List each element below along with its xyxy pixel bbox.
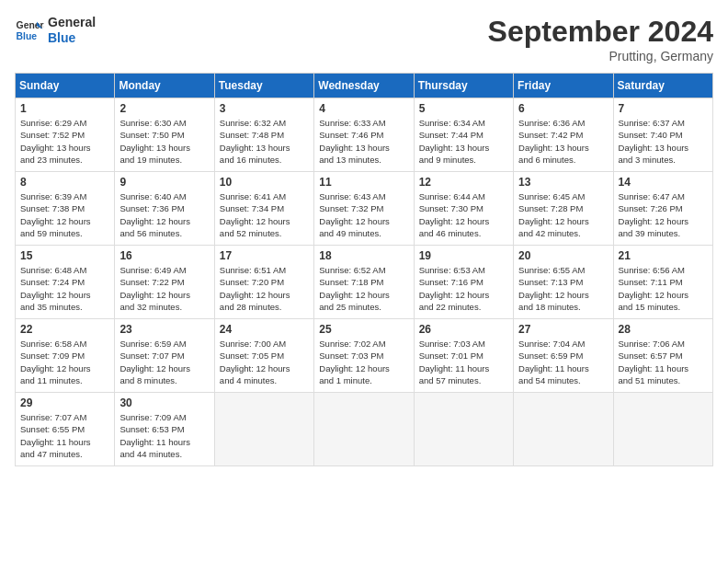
title-block: September 2024 Prutting, Germany xyxy=(488,15,713,63)
day-number: 8 xyxy=(20,176,109,189)
calendar-cell: 4Sunrise: 6:33 AM Sunset: 7:46 PM Daylig… xyxy=(314,98,414,172)
weekday-header-sunday: Sunday xyxy=(16,74,115,98)
calendar-cell: 30Sunrise: 7:09 AM Sunset: 6:53 PM Dayli… xyxy=(115,393,214,466)
calendar-cell: 19Sunrise: 6:53 AM Sunset: 7:16 PM Dayli… xyxy=(414,246,513,319)
calendar-cell: 11Sunrise: 6:43 AM Sunset: 7:32 PM Dayli… xyxy=(314,172,414,246)
weekday-header-monday: Monday xyxy=(115,74,214,98)
day-info: Sunrise: 6:36 AM Sunset: 7:42 PM Dayligh… xyxy=(518,117,608,166)
day-info: Sunrise: 6:49 AM Sunset: 7:22 PM Dayligh… xyxy=(119,264,209,313)
calendar-cell: 13Sunrise: 6:45 AM Sunset: 7:28 PM Dayli… xyxy=(514,172,613,246)
day-number: 21 xyxy=(619,249,708,262)
calendar-cell xyxy=(514,393,613,466)
day-info: Sunrise: 7:06 AM Sunset: 6:57 PM Dayligh… xyxy=(619,338,708,386)
day-info: Sunrise: 6:41 AM Sunset: 7:34 PM Dayligh… xyxy=(220,190,309,239)
weekday-header-row: SundayMondayTuesdayWednesdayThursdayFrid… xyxy=(16,74,713,98)
calendar-cell: 7Sunrise: 6:37 AM Sunset: 7:40 PM Daylig… xyxy=(613,98,712,172)
calendar-cell: 29Sunrise: 7:07 AM Sunset: 6:55 PM Dayli… xyxy=(16,393,115,466)
day-info: Sunrise: 6:56 AM Sunset: 7:11 PM Dayligh… xyxy=(619,264,708,313)
day-number: 3 xyxy=(220,102,309,115)
day-info: Sunrise: 6:32 AM Sunset: 7:48 PM Dayligh… xyxy=(220,117,309,166)
calendar-cell: 20Sunrise: 6:55 AM Sunset: 7:13 PM Dayli… xyxy=(514,246,613,319)
calendar-cell: 8Sunrise: 6:39 AM Sunset: 7:38 PM Daylig… xyxy=(16,172,115,246)
day-number: 23 xyxy=(119,323,209,336)
day-number: 2 xyxy=(119,102,209,115)
day-info: Sunrise: 6:39 AM Sunset: 7:38 PM Dayligh… xyxy=(20,190,109,239)
week-row-3: 15Sunrise: 6:48 AM Sunset: 7:24 PM Dayli… xyxy=(16,246,713,319)
day-info: Sunrise: 7:02 AM Sunset: 7:03 PM Dayligh… xyxy=(319,338,408,386)
day-number: 6 xyxy=(518,102,608,115)
day-info: Sunrise: 6:30 AM Sunset: 7:50 PM Dayligh… xyxy=(119,117,209,166)
weekday-header-saturday: Saturday xyxy=(613,74,712,98)
day-info: Sunrise: 7:00 AM Sunset: 7:05 PM Dayligh… xyxy=(220,338,309,386)
day-info: Sunrise: 6:34 AM Sunset: 7:44 PM Dayligh… xyxy=(419,117,508,166)
calendar-cell: 24Sunrise: 7:00 AM Sunset: 7:05 PM Dayli… xyxy=(214,319,313,393)
calendar-cell: 9Sunrise: 6:40 AM Sunset: 7:36 PM Daylig… xyxy=(115,172,214,246)
logo-general: General xyxy=(48,15,96,30)
calendar-cell: 27Sunrise: 7:04 AM Sunset: 6:59 PM Dayli… xyxy=(514,319,613,393)
logo-blue: Blue xyxy=(48,30,96,46)
weekday-header-tuesday: Tuesday xyxy=(214,74,313,98)
day-info: Sunrise: 7:07 AM Sunset: 6:55 PM Dayligh… xyxy=(20,411,109,460)
calendar-cell: 3Sunrise: 6:32 AM Sunset: 7:48 PM Daylig… xyxy=(214,98,313,172)
calendar-cell: 28Sunrise: 7:06 AM Sunset: 6:57 PM Dayli… xyxy=(613,319,712,393)
day-number: 25 xyxy=(319,323,408,336)
week-row-1: 1Sunrise: 6:29 AM Sunset: 7:52 PM Daylig… xyxy=(16,98,713,172)
calendar-cell: 26Sunrise: 7:03 AM Sunset: 7:01 PM Dayli… xyxy=(414,319,513,393)
day-info: Sunrise: 6:52 AM Sunset: 7:18 PM Dayligh… xyxy=(319,264,408,313)
day-info: Sunrise: 6:45 AM Sunset: 7:28 PM Dayligh… xyxy=(518,190,608,239)
calendar-cell xyxy=(214,393,313,466)
day-number: 7 xyxy=(619,102,708,115)
day-number: 16 xyxy=(119,249,209,262)
day-number: 30 xyxy=(119,396,209,409)
day-number: 28 xyxy=(619,323,708,336)
day-info: Sunrise: 6:44 AM Sunset: 7:30 PM Dayligh… xyxy=(419,190,508,239)
logo-icon: General Blue xyxy=(15,16,44,45)
day-info: Sunrise: 6:58 AM Sunset: 7:09 PM Dayligh… xyxy=(20,338,109,386)
week-row-2: 8Sunrise: 6:39 AM Sunset: 7:38 PM Daylig… xyxy=(16,172,713,246)
calendar-cell: 16Sunrise: 6:49 AM Sunset: 7:22 PM Dayli… xyxy=(115,246,214,319)
day-info: Sunrise: 6:53 AM Sunset: 7:16 PM Dayligh… xyxy=(419,264,508,313)
day-number: 15 xyxy=(20,249,109,262)
calendar-table: SundayMondayTuesdayWednesdayThursdayFrid… xyxy=(15,73,713,466)
calendar-cell xyxy=(613,393,712,466)
calendar-cell: 15Sunrise: 6:48 AM Sunset: 7:24 PM Dayli… xyxy=(16,246,115,319)
day-number: 13 xyxy=(518,176,608,189)
calendar-cell: 1Sunrise: 6:29 AM Sunset: 7:52 PM Daylig… xyxy=(16,98,115,172)
day-info: Sunrise: 6:29 AM Sunset: 7:52 PM Dayligh… xyxy=(20,117,109,166)
day-number: 12 xyxy=(419,176,508,189)
page-header: General Blue General Blue September 2024… xyxy=(15,15,713,63)
calendar-cell: 21Sunrise: 6:56 AM Sunset: 7:11 PM Dayli… xyxy=(613,246,712,319)
day-number: 27 xyxy=(518,323,608,336)
day-info: Sunrise: 6:59 AM Sunset: 7:07 PM Dayligh… xyxy=(119,338,209,386)
calendar-cell: 10Sunrise: 6:41 AM Sunset: 7:34 PM Dayli… xyxy=(214,172,313,246)
day-info: Sunrise: 7:04 AM Sunset: 6:59 PM Dayligh… xyxy=(518,338,608,386)
weekday-header-wednesday: Wednesday xyxy=(314,74,414,98)
calendar-cell: 5Sunrise: 6:34 AM Sunset: 7:44 PM Daylig… xyxy=(414,98,513,172)
week-row-4: 22Sunrise: 6:58 AM Sunset: 7:09 PM Dayli… xyxy=(16,319,713,393)
calendar-cell xyxy=(314,393,414,466)
day-number: 4 xyxy=(319,102,408,115)
day-number: 9 xyxy=(119,176,209,189)
weekday-header-thursday: Thursday xyxy=(414,74,513,98)
day-number: 10 xyxy=(220,176,309,189)
day-number: 29 xyxy=(20,396,109,409)
day-number: 24 xyxy=(220,323,309,336)
day-info: Sunrise: 6:48 AM Sunset: 7:24 PM Dayligh… xyxy=(20,264,109,313)
calendar-cell: 23Sunrise: 6:59 AM Sunset: 7:07 PM Dayli… xyxy=(115,319,214,393)
day-number: 5 xyxy=(419,102,508,115)
day-info: Sunrise: 6:40 AM Sunset: 7:36 PM Dayligh… xyxy=(119,190,209,239)
day-info: Sunrise: 6:55 AM Sunset: 7:13 PM Dayligh… xyxy=(518,264,608,313)
week-row-5: 29Sunrise: 7:07 AM Sunset: 6:55 PM Dayli… xyxy=(16,393,713,466)
day-number: 22 xyxy=(20,323,109,336)
svg-text:Blue: Blue xyxy=(17,30,38,40)
day-number: 18 xyxy=(319,249,408,262)
day-info: Sunrise: 6:33 AM Sunset: 7:46 PM Dayligh… xyxy=(319,117,408,166)
day-number: 14 xyxy=(619,176,708,189)
day-info: Sunrise: 6:51 AM Sunset: 7:20 PM Dayligh… xyxy=(220,264,309,313)
weekday-header-friday: Friday xyxy=(514,74,613,98)
day-info: Sunrise: 7:03 AM Sunset: 7:01 PM Dayligh… xyxy=(419,338,508,386)
day-number: 20 xyxy=(518,249,608,262)
calendar-cell: 17Sunrise: 6:51 AM Sunset: 7:20 PM Dayli… xyxy=(214,246,313,319)
location-subtitle: Prutting, Germany xyxy=(488,49,713,63)
calendar-cell: 2Sunrise: 6:30 AM Sunset: 7:50 PM Daylig… xyxy=(115,98,214,172)
